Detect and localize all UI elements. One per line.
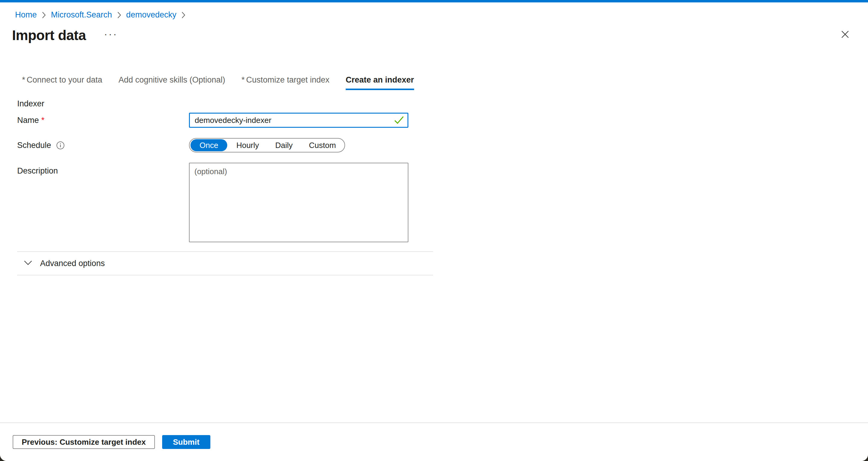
description-label: Description bbox=[0, 163, 189, 242]
description-textarea[interactable] bbox=[189, 163, 408, 242]
schedule-option-custom[interactable]: Custom bbox=[301, 139, 344, 151]
valid-check-icon bbox=[394, 116, 404, 126]
title-row: Import data ··· bbox=[12, 27, 868, 44]
schedule-option-daily[interactable]: Daily bbox=[267, 139, 301, 151]
tab-customize-target-index[interactable]: *Customize target index bbox=[241, 75, 330, 90]
top-accent-bar bbox=[0, 0, 868, 2]
advanced-options-section: Advanced options bbox=[17, 251, 433, 275]
chevron-right-icon bbox=[181, 11, 186, 19]
wizard-tabs: *Connect to your data Add cognitive skil… bbox=[22, 75, 868, 90]
advanced-options-label: Advanced options bbox=[40, 259, 105, 268]
schedule-segmented-control: Once Hourly Daily Custom bbox=[189, 138, 345, 152]
import-data-panel: Home Microsoft.Search demovedecky Import… bbox=[0, 0, 868, 461]
schedule-label: Schedule bbox=[0, 141, 189, 150]
tab-create-an-indexer[interactable]: Create an indexer bbox=[346, 75, 414, 90]
tab-connect-to-your-data[interactable]: *Connect to your data bbox=[22, 75, 102, 90]
page-title: Import data bbox=[12, 27, 86, 43]
required-marker: * bbox=[22, 75, 25, 84]
breadcrumb-link-service[interactable]: Microsoft.Search bbox=[51, 10, 112, 20]
breadcrumb: Home Microsoft.Search demovedecky bbox=[15, 10, 868, 20]
advanced-options-toggle[interactable]: Advanced options bbox=[24, 258, 433, 269]
more-actions-icon[interactable]: ··· bbox=[103, 29, 119, 38]
section-heading: Indexer bbox=[17, 98, 868, 109]
tab-add-cognitive-skills[interactable]: Add cognitive skills (Optional) bbox=[119, 75, 225, 90]
footer-buttons: Previous: Customize target index Submit bbox=[13, 435, 868, 449]
schedule-option-hourly[interactable]: Hourly bbox=[228, 139, 267, 151]
description-row: Description bbox=[0, 163, 868, 242]
required-marker: * bbox=[241, 75, 245, 84]
breadcrumb-link-home[interactable]: Home bbox=[15, 10, 37, 20]
close-button[interactable] bbox=[839, 29, 851, 41]
tab-label: Customize target index bbox=[246, 75, 330, 84]
close-icon bbox=[841, 30, 849, 40]
tab-label: Add cognitive skills (Optional) bbox=[119, 75, 225, 84]
chevron-right-icon bbox=[117, 11, 121, 19]
chevron-right-icon bbox=[41, 11, 46, 19]
schedule-row: Schedule Once Hourly Daily Custom bbox=[0, 138, 868, 152]
required-marker: * bbox=[41, 116, 44, 125]
chevron-down-icon bbox=[24, 260, 32, 267]
footer-bar: Previous: Customize target index Submit bbox=[0, 423, 868, 461]
indexer-form: Indexer Name * Schedule bbox=[0, 98, 868, 275]
tab-label: Create an indexer bbox=[346, 75, 414, 84]
name-row: Name * bbox=[0, 113, 868, 128]
previous-button[interactable]: Previous: Customize target index bbox=[13, 435, 155, 449]
name-input[interactable] bbox=[189, 113, 408, 128]
submit-button[interactable]: Submit bbox=[162, 435, 210, 449]
name-label: Name * bbox=[0, 116, 189, 125]
schedule-option-once[interactable]: Once bbox=[190, 139, 227, 151]
info-icon[interactable] bbox=[56, 141, 65, 150]
tab-label: Connect to your data bbox=[27, 75, 102, 84]
breadcrumb-link-resource[interactable]: demovedecky bbox=[126, 10, 177, 20]
name-input-wrap bbox=[189, 113, 408, 128]
